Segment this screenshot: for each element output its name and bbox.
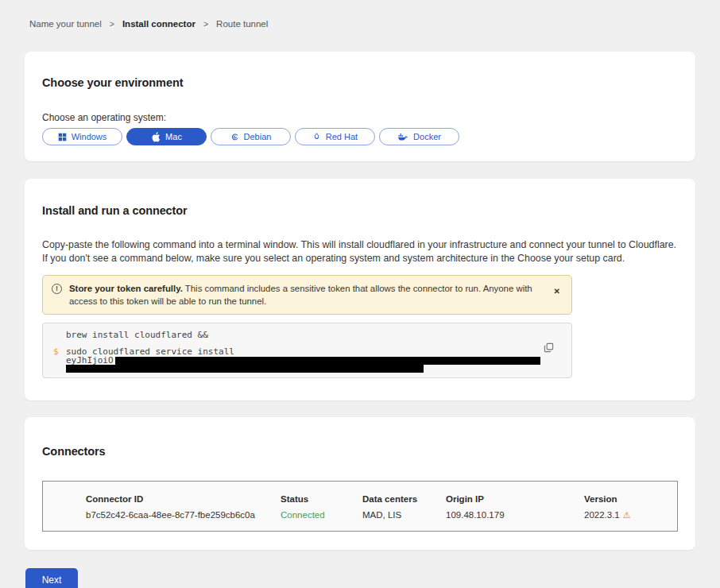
close-icon[interactable]: ✕: [554, 288, 560, 296]
code-gutter: [53, 356, 66, 365]
code-gutter: [53, 365, 66, 373]
col-header-data-centers: Data centers: [362, 494, 446, 504]
docker-icon: [397, 132, 408, 141]
next-button[interactable]: Next: [25, 568, 78, 588]
os-button-debian[interactable]: Debian: [211, 128, 291, 145]
os-button-group: Windows Mac Debian Red Hat Docker: [42, 128, 678, 145]
origin-ip-value: 109.48.10.179: [446, 510, 584, 520]
copy-icon[interactable]: [544, 342, 554, 355]
alert-circle-icon: !: [52, 284, 62, 294]
connectors-card: Connectors Connector ID Status Data cent…: [25, 417, 695, 550]
install-card-description: Copy-paste the following command into a …: [42, 238, 678, 265]
os-select-label: Choose an operating system:: [42, 112, 678, 123]
connectors-table-header: Connector ID Status Data centers Origin …: [86, 494, 677, 504]
breadcrumb: Name your tunnel > Install connector > R…: [0, 0, 720, 29]
col-header-version: Version: [584, 494, 677, 504]
code-line-token: eyJhIjoiO: [66, 356, 540, 365]
os-button-label: Windows: [72, 132, 107, 141]
redhat-icon: [312, 132, 321, 141]
environment-card-title: Choose your environment: [42, 76, 678, 89]
os-button-label: Debian: [244, 132, 272, 141]
connectors-card-title: Connectors: [42, 445, 678, 458]
install-command-codeblock: brew install cloudflared && $ sudo cloud…: [42, 323, 572, 378]
version-warning-icon: ⚠: [623, 510, 631, 520]
os-button-label: Mac: [165, 132, 182, 141]
install-connector-card: Install and run a connector Copy-paste t…: [25, 179, 695, 400]
breadcrumb-separator: >: [110, 19, 114, 29]
environment-card: Choose your environment Choose an operat…: [25, 52, 695, 161]
token-redaction-bar: [115, 357, 540, 365]
code-line-brew: brew install cloudflared &&: [66, 331, 208, 339]
breadcrumb-separator: >: [203, 19, 208, 29]
os-button-docker[interactable]: Docker: [379, 128, 459, 145]
os-button-mac[interactable]: Mac: [126, 128, 207, 145]
os-button-redhat[interactable]: Red Hat: [295, 128, 375, 145]
shell-prompt: $: [53, 347, 66, 356]
token-warning-title: Store your token carefully.: [69, 284, 183, 293]
col-header-origin-ip: Origin IP: [446, 494, 584, 504]
breadcrumb-install-connector[interactable]: Install connector: [122, 19, 195, 29]
os-button-label: Docker: [413, 132, 441, 141]
code-gutter: [53, 331, 66, 339]
breadcrumb-name-your-tunnel[interactable]: Name your tunnel: [29, 19, 102, 29]
apple-icon: [151, 132, 161, 142]
connector-id-value: b7c52c42-6caa-48ee-8c77-fbe259cb6c0a: [86, 510, 281, 520]
token-warning-banner: ! Store your token carefully. This comma…: [42, 275, 572, 315]
col-header-status: Status: [281, 494, 362, 504]
breadcrumb-route-tunnel[interactable]: Route tunnel: [216, 19, 268, 29]
connectors-table: Connector ID Status Data centers Origin …: [42, 481, 678, 532]
windows-icon: [58, 133, 67, 141]
table-row: b7c52c42-6caa-48ee-8c77-fbe259cb6c0a Con…: [86, 510, 677, 520]
debian-icon: [230, 133, 239, 141]
install-card-title: Install and run a connector: [42, 204, 678, 217]
token-warning-text: Store your token carefully. This command…: [69, 282, 534, 308]
version-value: 2022.3.1⚠: [584, 510, 677, 520]
token-redaction-bar: [66, 365, 424, 373]
os-button-label: Red Hat: [326, 132, 358, 141]
data-centers-value: MAD, LIS: [362, 510, 446, 520]
status-badge: Connected: [281, 510, 362, 520]
os-button-windows[interactable]: Windows: [42, 128, 122, 145]
col-header-connector-id: Connector ID: [86, 494, 281, 504]
